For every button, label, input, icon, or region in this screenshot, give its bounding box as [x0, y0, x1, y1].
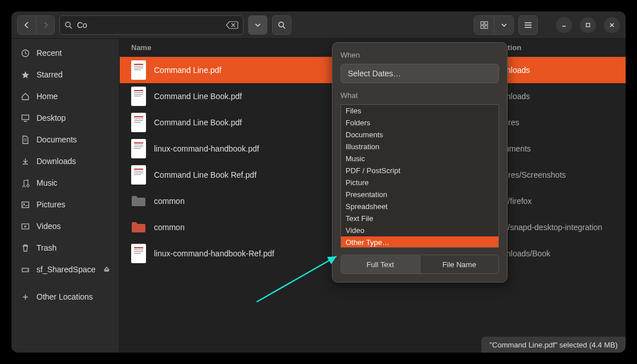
sidebar-item-music[interactable]: Music [11, 172, 119, 194]
trash-icon [21, 244, 30, 252]
file-thumbnail [131, 139, 146, 158]
svg-line-1 [70, 26, 72, 28]
svg-rect-12 [586, 23, 590, 27]
svg-rect-5 [485, 22, 488, 24]
svg-rect-41 [134, 146, 143, 147]
svg-rect-36 [134, 120, 143, 121]
type-option[interactable]: Files [341, 105, 498, 117]
forward-button[interactable] [36, 16, 54, 34]
svg-rect-49 [134, 247, 143, 248]
sidebar-item-label: Other Locations [36, 292, 93, 301]
svg-rect-14 [22, 115, 29, 120]
body: RecentStarredHomeDesktopDocumentsDownloa… [11, 39, 626, 353]
plus-icon [21, 293, 30, 301]
type-option[interactable]: Folders [341, 117, 498, 129]
svg-rect-30 [134, 92, 143, 93]
sidebar-item-trash[interactable]: Trash [11, 237, 119, 259]
sidebar-item-label: Starred [36, 70, 63, 79]
sidebar-item-label: Music [36, 178, 58, 187]
sidebar-item-other-locations[interactable]: Other Locations [11, 286, 119, 308]
star-icon [21, 71, 30, 79]
svg-rect-47 [134, 174, 141, 175]
pictures-icon [21, 201, 30, 209]
sidebar: RecentStarredHomeDesktopDocumentsDownloa… [11, 39, 120, 353]
type-option[interactable]: Text File [341, 212, 498, 224]
search-bar[interactable] [59, 15, 244, 35]
when-label: When [340, 51, 499, 59]
type-option[interactable]: Other Type… [341, 236, 498, 248]
maximize-button[interactable] [580, 17, 596, 33]
search-icon [64, 21, 72, 29]
minimize-button[interactable] [556, 17, 572, 33]
search-filter-popover: When Select Dates… What FilesFoldersDocu… [332, 42, 508, 283]
sidebar-item-label: Documents [36, 135, 77, 144]
svg-line-3 [283, 26, 285, 28]
sidebar-item-label: Recent [36, 48, 62, 58]
type-option[interactable]: Illustration [341, 141, 498, 153]
eject-icon[interactable] [103, 266, 110, 273]
videos-icon [21, 222, 30, 231]
view-switch [474, 15, 514, 35]
view-options-dropdown[interactable] [494, 16, 513, 34]
download-icon [21, 157, 30, 166]
nav-group [17, 15, 55, 35]
docs-icon [21, 136, 30, 144]
svg-point-2 [278, 22, 283, 26]
type-option[interactable]: Presentation [341, 189, 498, 201]
type-option[interactable]: PDF / PostScript [341, 165, 498, 177]
svg-rect-44 [134, 169, 143, 170]
sidebar-item-videos[interactable]: Videos [11, 215, 119, 237]
search-toggle-button[interactable] [272, 15, 291, 35]
search-input[interactable] [77, 21, 221, 30]
svg-rect-26 [134, 68, 143, 68]
type-option[interactable]: Documents [341, 129, 498, 141]
sidebar-item-documents[interactable]: Documents [11, 129, 119, 150]
file-thumbnail [131, 87, 146, 106]
svg-rect-46 [134, 173, 143, 173]
type-list: FilesFoldersDocumentsIllustrationMusicPD… [340, 104, 499, 248]
svg-rect-45 [134, 171, 143, 171]
type-option[interactable]: Music [341, 153, 498, 165]
sidebar-item-home[interactable]: Home [11, 85, 119, 107]
search-mode-toggle: Full Text File Name [340, 255, 499, 274]
sidebar-item-starred[interactable]: Starred [11, 64, 119, 85]
file-name-toggle[interactable]: File Name [420, 255, 499, 273]
music-icon [21, 179, 30, 187]
what-label: What [340, 91, 499, 100]
file-thumbnail [131, 60, 146, 80]
close-button[interactable] [604, 17, 620, 33]
svg-rect-31 [134, 94, 143, 95]
select-dates-button[interactable]: Select Dates… [340, 64, 499, 83]
svg-rect-37 [134, 122, 141, 122]
drive-icon [21, 265, 30, 274]
svg-rect-27 [134, 69, 141, 70]
status-bar: "Command Line.pdf" selected (4.4 MB) [481, 337, 626, 353]
type-option[interactable]: Spreadsheet [341, 201, 498, 212]
svg-rect-25 [134, 66, 143, 67]
back-button[interactable] [18, 16, 36, 34]
search-options-dropdown[interactable] [248, 15, 267, 35]
sidebar-item-sf_sharedspace[interactable]: sf_SharedSpace [11, 259, 119, 280]
sidebar-item-desktop[interactable]: Desktop [11, 107, 119, 129]
svg-rect-6 [481, 26, 484, 28]
svg-rect-7 [485, 26, 488, 28]
type-option[interactable]: Picture [341, 177, 498, 189]
sidebar-item-label: Home [36, 92, 58, 101]
clear-search-icon[interactable] [226, 21, 238, 29]
full-text-toggle[interactable]: Full Text [341, 255, 420, 273]
sidebar-item-pictures[interactable]: Pictures [11, 194, 119, 215]
svg-rect-52 [134, 253, 141, 253]
svg-rect-24 [134, 64, 143, 65]
sidebar-item-label: Trash [36, 243, 56, 252]
sidebar-item-downloads[interactable]: Downloads [11, 150, 119, 172]
folder-icon [131, 191, 146, 211]
type-option[interactable]: Video [341, 224, 498, 236]
svg-rect-4 [481, 22, 484, 24]
sidebar-item-recent[interactable]: Recent [11, 42, 119, 64]
hamburger-menu-button[interactable] [518, 15, 538, 35]
svg-rect-40 [134, 145, 143, 145]
folder-icon [131, 218, 146, 237]
svg-rect-50 [134, 250, 143, 250]
grid-view-button[interactable] [474, 16, 494, 34]
svg-rect-42 [134, 148, 141, 149]
